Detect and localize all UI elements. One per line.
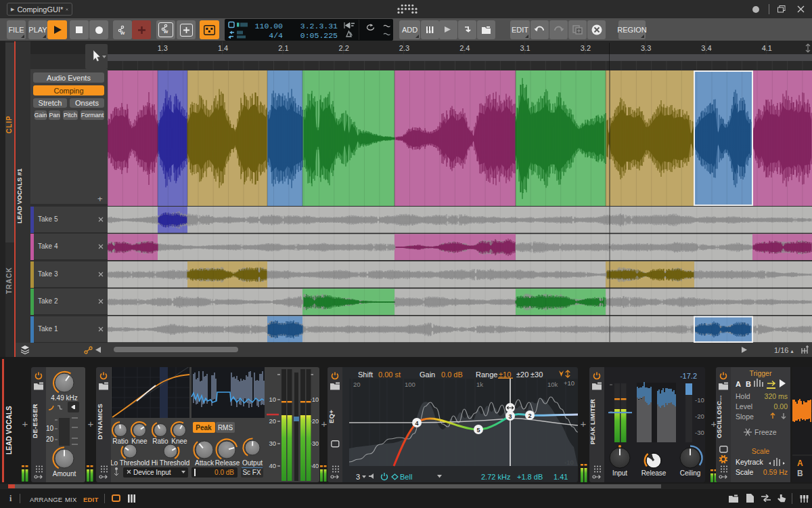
svg-text:Range: Range — [476, 371, 497, 379]
svg-text:Output: Output — [242, 459, 263, 467]
svg-text:4.1: 4.1 — [762, 44, 772, 52]
svg-text:20: 20 — [312, 418, 319, 425]
svg-text:5: 5 — [476, 427, 480, 433]
svg-text:3.3: 3.3 — [641, 44, 651, 52]
svg-text:Ratio: Ratio — [112, 438, 129, 445]
svg-text:40: 40 — [269, 462, 276, 469]
svg-text:Release: Release — [215, 459, 240, 467]
svg-text:-20: -20 — [695, 412, 704, 420]
svg-text:0.00: 0.00 — [774, 402, 788, 410]
svg-text:3.1: 3.1 — [520, 44, 530, 52]
svg-text:Hold: Hold — [736, 392, 750, 400]
svg-text:100: 100 — [405, 381, 415, 388]
svg-text:10: 10 — [46, 425, 53, 432]
svg-text:3.4: 3.4 — [701, 44, 711, 52]
svg-text:Gain: Gain — [420, 371, 435, 379]
svg-text:10: 10 — [312, 396, 319, 403]
svg-text:Lo Threshold: Lo Threshold — [111, 459, 150, 467]
svg-text:Bell: Bell — [400, 473, 412, 481]
svg-text:40: 40 — [312, 463, 319, 469]
svg-text:0.00 st: 0.00 st — [378, 371, 401, 379]
svg-text:30: 30 — [312, 440, 319, 447]
svg-text:4: 4 — [415, 420, 418, 427]
svg-text:-17.2: -17.2 — [680, 372, 697, 380]
svg-text:B: B — [746, 380, 751, 388]
svg-text:2.1: 2.1 — [278, 44, 288, 52]
svg-text:Scale: Scale — [752, 447, 769, 455]
svg-text:Attack: Attack — [195, 459, 215, 467]
svg-text:Amount: Amount — [53, 470, 76, 478]
svg-text:Slope: Slope — [736, 412, 754, 421]
svg-text:20: 20 — [46, 436, 53, 443]
svg-text:Hi Threshold: Hi Threshold — [152, 459, 190, 467]
svg-text:Peak: Peak — [196, 424, 212, 431]
svg-text:Scale: Scale — [736, 468, 753, 476]
svg-text:10: 10 — [269, 396, 276, 403]
svg-text:2: 2 — [528, 412, 531, 419]
svg-text:20: 20 — [269, 417, 276, 425]
svg-text:20: 20 — [353, 381, 361, 388]
svg-text:Sc FX: Sc FX — [242, 469, 261, 476]
svg-text:320 ms: 320 ms — [765, 392, 788, 400]
svg-text:2.72 kHz: 2.72 kHz — [481, 473, 510, 481]
svg-text:2.3: 2.3 — [399, 44, 409, 52]
svg-text:Trigger: Trigger — [750, 369, 772, 377]
svg-text:3: 3 — [508, 413, 512, 420]
svg-text:Keytrack: Keytrack — [736, 458, 764, 466]
svg-text:-10: -10 — [695, 396, 704, 404]
svg-text:±20: ±20 — [516, 371, 528, 379]
svg-text:1k: 1k — [476, 381, 483, 388]
svg-text:Knee: Knee — [171, 438, 187, 445]
svg-text:±10: ±10 — [499, 371, 511, 379]
svg-text:0.0 dB: 0.0 dB — [215, 469, 234, 476]
svg-text:1.4: 1.4 — [218, 44, 228, 52]
svg-text:A: A — [736, 380, 741, 388]
svg-text:Release: Release — [641, 469, 667, 477]
svg-text:0.0 dB: 0.0 dB — [441, 371, 463, 379]
svg-text:Device Input: Device Input — [133, 469, 171, 476]
svg-text:w: w — [163, 28, 168, 34]
svg-text:Input: Input — [612, 469, 627, 477]
svg-text:2.2: 2.2 — [339, 44, 349, 52]
svg-text:Ratio: Ratio — [152, 438, 168, 445]
svg-text:B: B — [797, 469, 803, 478]
svg-text:10k: 10k — [547, 381, 558, 388]
svg-text:2.4: 2.4 — [459, 44, 470, 52]
svg-text:RMS: RMS — [218, 424, 233, 431]
svg-text:4.49 kHz: 4.49 kHz — [51, 394, 77, 402]
svg-text:Ceiling: Ceiling — [680, 469, 701, 477]
svg-text:+1.8 dB: +1.8 dB — [517, 473, 543, 481]
svg-text:A: A — [797, 459, 803, 468]
svg-text:30: 30 — [269, 440, 276, 447]
svg-text:-30: -30 — [695, 429, 704, 436]
svg-text:+10: +10 — [564, 379, 574, 387]
svg-text:Knee: Knee — [131, 438, 148, 445]
svg-text:1.41: 1.41 — [554, 473, 568, 481]
svg-text:0.59 Hz: 0.59 Hz — [763, 468, 788, 476]
svg-text:Freeze: Freeze — [754, 428, 777, 436]
svg-text:3: 3 — [356, 473, 360, 481]
svg-text:1.3: 1.3 — [158, 44, 168, 52]
svg-text:Shift: Shift — [358, 371, 373, 379]
svg-text:3.2: 3.2 — [581, 44, 591, 52]
svg-text:Level: Level — [736, 402, 752, 410]
svg-text:±30: ±30 — [531, 371, 543, 379]
svg-text:w: w — [120, 30, 125, 35]
